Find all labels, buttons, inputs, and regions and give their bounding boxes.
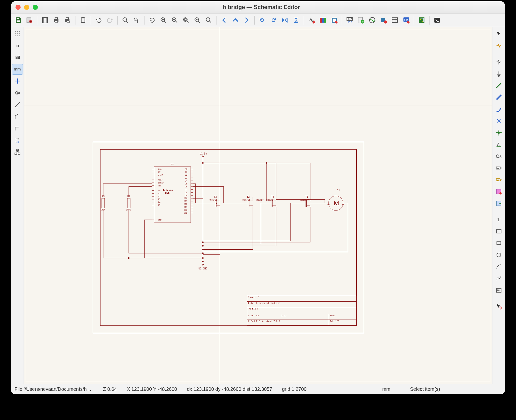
mosfet-label: MOSFET	[257, 199, 264, 201]
zoom-fit-icon[interactable]	[181, 15, 191, 25]
window-title: h bridge — Schematic Editor	[38, 4, 485, 11]
paste-icon[interactable]	[78, 15, 88, 25]
undo-icon[interactable]	[93, 15, 104, 25]
highlight-net-icon[interactable]	[493, 40, 504, 51]
add-image-icon[interactable]	[493, 285, 504, 296]
component-t1[interactable]: T1 NMOSFET	[203, 163, 310, 242]
hierarchy-icon[interactable]	[12, 146, 23, 157]
no-connect-icon[interactable]	[493, 115, 504, 126]
add-power-icon[interactable]	[493, 68, 504, 79]
hier-label-icon[interactable]: A	[493, 174, 504, 185]
maximize-icon[interactable]	[33, 5, 38, 10]
erc-icon[interactable]	[356, 15, 366, 25]
component-t2[interactable]: T2 NMOSFET	[193, 187, 253, 250]
select-tool-icon[interactable]	[493, 28, 504, 39]
mirror-v-icon[interactable]	[291, 15, 301, 25]
svg-text:bom: bom	[404, 19, 408, 21]
free-angle-icon[interactable]	[12, 99, 23, 110]
schematic-setup-icon[interactable]	[24, 15, 35, 25]
svg-text:D11: D11	[184, 200, 187, 202]
svg-rect-131	[496, 230, 501, 233]
schematic-canvas[interactable]: U1_5V U1_GND U1 Arduino UNO	[24, 27, 492, 384]
mirror-h-icon[interactable]	[280, 15, 290, 25]
component-t4[interactable]: T4 NMOSFET	[203, 163, 276, 246]
svg-point-47	[15, 31, 16, 32]
hidden-pins-icon[interactable]	[12, 87, 23, 98]
draw-textbox-icon[interactable]	[493, 226, 504, 237]
symbol-browser-icon[interactable]	[318, 15, 328, 25]
svg-text:R??: R??	[15, 138, 19, 140]
page-settings-icon[interactable]	[40, 15, 50, 25]
refresh-icon[interactable]	[147, 15, 157, 25]
grid-toggle-icon[interactable]	[12, 28, 23, 39]
draw-arc-icon[interactable]	[493, 261, 504, 272]
bus-entry-icon[interactable]	[493, 104, 504, 114]
rotate-ccw-icon[interactable]	[257, 15, 267, 25]
svg-point-45	[422, 21, 423, 22]
zoom-objects-icon[interactable]	[192, 15, 202, 25]
annotate-shortcut-icon[interactable]: R??R42	[12, 135, 23, 145]
delete-tool-icon[interactable]	[493, 301, 504, 312]
units-in-button[interactable]: in	[12, 40, 23, 51]
app-window: h bridge — Schematic Editor AB	[11, 1, 505, 394]
zoom-in-icon[interactable]	[158, 15, 169, 25]
junction-icon[interactable]	[493, 127, 504, 138]
annotate-icon[interactable]: R??R42	[344, 15, 355, 25]
minimize-icon[interactable]	[24, 5, 29, 10]
nav-up-icon[interactable]	[230, 15, 241, 25]
90-45-icon[interactable]	[12, 111, 23, 122]
draw-lines-icon[interactable]	[493, 273, 504, 284]
script-console-icon[interactable]	[432, 15, 442, 25]
add-wire-icon[interactable]	[493, 80, 504, 91]
svg-rect-58	[16, 149, 18, 151]
add-sheet-icon[interactable]	[493, 186, 504, 197]
svg-text:A4: A4	[158, 201, 160, 203]
pcb-editor-icon[interactable]	[416, 15, 427, 25]
footprint-assign-icon[interactable]	[378, 15, 389, 25]
add-bus-icon[interactable]	[493, 92, 504, 103]
symbol-editor-icon[interactable]	[306, 15, 317, 25]
plot-icon[interactable]	[62, 15, 73, 25]
draw-text-icon[interactable]: T	[493, 214, 504, 225]
component-t3[interactable]: T3 PMOSFET	[193, 163, 220, 254]
units-mm-button[interactable]: mm	[12, 64, 23, 75]
svg-rect-132	[497, 242, 501, 245]
simulator-icon[interactable]	[367, 15, 377, 25]
close-icon[interactable]	[15, 5, 21, 10]
symbol-fields-icon[interactable]	[390, 15, 400, 25]
print-icon[interactable]	[51, 15, 61, 25]
svg-text:TX: TX	[185, 171, 187, 173]
svg-rect-26	[322, 18, 324, 23]
bom-icon[interactable]: bom	[401, 15, 411, 25]
component-m1[interactable]: M1 M	[203, 189, 348, 252]
redo-icon[interactable]	[105, 15, 115, 25]
zoom-out-icon[interactable]	[170, 15, 180, 25]
units-mil-button[interactable]: mil	[12, 52, 23, 63]
sheet-pin-icon[interactable]	[493, 198, 504, 209]
component-r3[interactable]: R3 100K	[100, 184, 203, 258]
draw-circle-icon[interactable]	[493, 250, 504, 260]
svg-text:Vin: Vin	[158, 168, 162, 170]
cursor-style-icon[interactable]	[12, 76, 23, 86]
global-label-icon[interactable]: A	[493, 163, 504, 173]
netclass-flag-icon[interactable]: A	[493, 151, 504, 162]
save-icon[interactable]	[13, 15, 23, 25]
footprint-editor-icon[interactable]	[329, 15, 339, 25]
rotate-cw-icon[interactable]	[268, 15, 279, 25]
net-label-icon[interactable]: A	[493, 139, 504, 150]
svg-text:T2: T2	[247, 196, 250, 198]
component-u1[interactable]: U1 Arduino UNO Vin5V3.3V AREFIOREFRES A0…	[152, 163, 193, 223]
add-symbol-icon[interactable]	[493, 56, 504, 67]
90-only-icon[interactable]	[12, 123, 23, 134]
zoom-selection-icon[interactable]	[203, 15, 214, 25]
find-replace-icon[interactable]: AB	[131, 15, 142, 25]
find-icon[interactable]	[120, 15, 130, 25]
nav-back-icon[interactable]	[219, 15, 229, 25]
nav-forward-icon[interactable]	[242, 15, 252, 25]
component-r2[interactable]: R2 100K	[126, 187, 203, 253]
draw-rect-icon[interactable]	[493, 238, 504, 249]
svg-point-50	[15, 33, 16, 34]
crosshair-horizontal	[24, 106, 492, 106]
svg-text:A0: A0	[158, 190, 160, 192]
status-dxy: dx 123.1900 dy -48.2600 dist 132.3057	[187, 386, 272, 392]
